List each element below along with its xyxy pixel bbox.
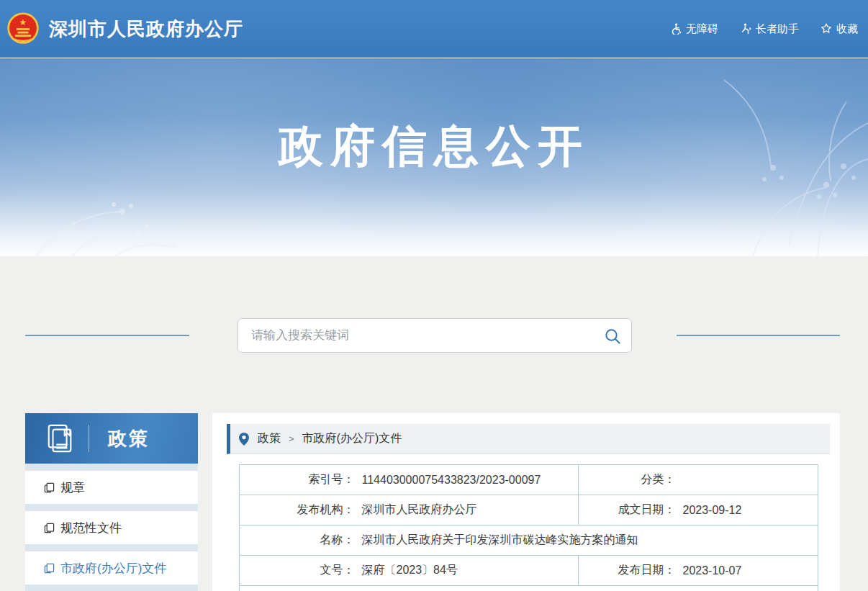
field-value: 2023-10-07 [683,564,742,577]
sidebar-item[interactable]: 市政府(办公厅)文件 [25,551,198,585]
document-icon [44,563,55,574]
field-value: 2023-09-12 [683,504,742,517]
search-button[interactable] [604,328,621,345]
table-row: 索引号：114403000075433823/2023-00097分类： [240,465,818,495]
right-divider-line [677,335,840,336]
sidebar-header-divider [89,425,89,452]
national-emblem-logo: ★ [6,12,40,46]
sidebar-menu: 规章规范性文件市政府(办公厅)文件 [25,464,198,591]
table-cell: 成文日期：2023-09-12 [578,495,818,525]
svg-text:★: ★ [19,17,27,27]
top-link-star[interactable]: 收藏 [820,22,858,36]
sidebar-item-label: 市政府(办公厅)文件 [60,560,166,577]
branch-decoration [29,177,187,256]
sidebar-item[interactable]: 规章 [25,471,198,504]
search-icon [604,328,621,345]
search-section [0,318,868,353]
field-label: 发布日期： [579,563,676,578]
document-icon [44,523,55,533]
field-label: 成文日期： [579,502,676,518]
elder-assistant-icon [740,23,751,35]
field-label: 发布机构： [240,502,355,518]
sidebar-item-label: 规范性文件 [60,520,122,536]
table-row: 名称：深圳市人民政府关于印发深圳市碳达峰实施方案的通知 [240,525,818,556]
main-panel: 政策>市政府(办公厅)文件 索引号：114403000075433823/202… [212,413,840,591]
top-links: 无障碍长者助手收藏 [670,22,858,36]
policy-book-icon [45,423,76,454]
field-value: 深府〔2023〕84号 [362,563,458,578]
top-link-elder-assistant[interactable]: 长者助手 [740,22,799,36]
breadcrumb-item[interactable]: 市政府(办公厅)文件 [302,432,402,444]
content-area: 政策 规章规范性文件市政府(办公厅)文件 政策>市政府(办公厅)文件 索引号：1… [25,413,868,591]
search-input[interactable] [238,319,631,352]
field-label: 分类： [579,472,676,487]
site-title: 深圳市人民政府办公厅 [49,17,243,42]
accessibility-icon [670,23,682,35]
breadcrumb-items: 政策>市政府(办公厅)文件 [258,431,402,446]
table-cell: 分类： [578,465,818,495]
field-label: 索引号： [240,472,355,487]
field-value: 深圳市人民政府办公厅 [362,502,477,518]
star-icon [820,23,832,35]
page-title: 政府信息公开 [0,58,868,176]
sidebar-title: 政策 [108,426,150,451]
top-link-label: 长者助手 [756,22,799,36]
top-bar: ★ 深圳市人民政府办公厅 无障碍长者助手收藏 [0,0,868,58]
breadcrumb-item[interactable]: 政策 [258,432,281,444]
breadcrumb-separator: > [289,433,294,444]
field-value: 114403000075433823/2023-00097 [362,474,541,487]
search-box [238,318,632,353]
sidebar-item[interactable]: 规范性文件 [25,511,198,544]
top-link-label: 无障碍 [686,22,718,36]
sidebar-item-label: 规章 [60,479,85,496]
table-cell: 文号：深府〔2023〕84号 [240,556,578,585]
banner: 政府信息公开 [0,58,868,256]
sidebar: 政策 规章规范性文件市政府(办公厅)文件 [25,413,198,591]
field-value: 深圳市人民政府关于印发深圳市碳达峰实施方案的通知 [362,533,638,548]
field-label: 文号： [240,563,355,578]
top-link-label: 收藏 [836,22,858,36]
top-link-accessibility[interactable]: 无障碍 [670,22,718,36]
document-icon [44,482,55,493]
location-pin-icon [239,433,249,446]
table-row: 文号：深府〔2023〕84号发布日期：2023-10-07 [240,556,818,586]
table-row: 发布机构：深圳市人民政府办公厅成文日期：2023-09-12 [240,495,818,525]
table-cell: 索引号：114403000075433823/2023-00097 [240,465,578,495]
sidebar-header: 政策 [25,413,198,464]
table-cell: 发布日期：2023-10-07 [578,556,818,585]
breadcrumb: 政策>市政府(办公厅)文件 [227,424,830,454]
field-label: 名称： [240,533,355,548]
left-divider-line [25,335,189,336]
table-cell: 发布机构：深圳市人民政府办公厅 [240,495,578,525]
document-info-table: 索引号：114403000075433823/2023-00097分类：发布机构… [239,464,818,591]
page: ★ 深圳市人民政府办公厅 无障碍长者助手收藏 [0,0,868,591]
table-cell: 名称：深圳市人民政府关于印发深圳市碳达峰实施方案的通知 [240,525,818,555]
